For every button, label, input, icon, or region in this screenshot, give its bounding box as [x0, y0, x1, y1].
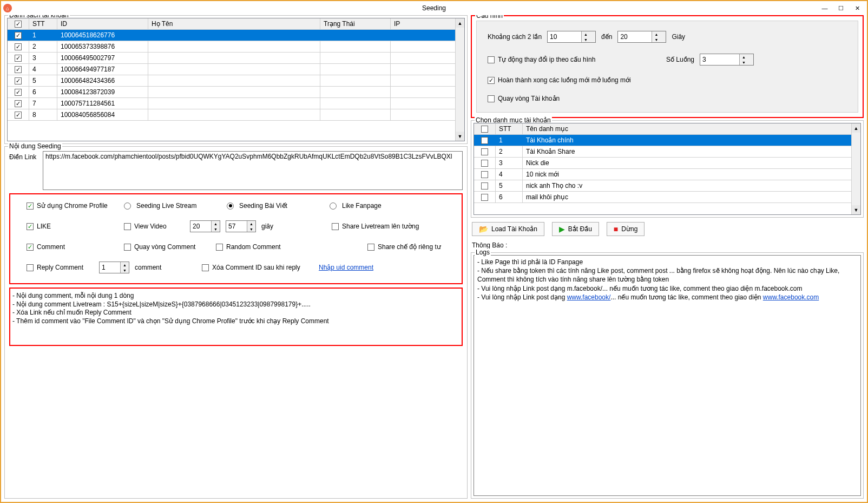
- logs-textbox[interactable]: - Like Page thì id phải là ID Fanpage - …: [474, 255, 861, 496]
- gap-to-spinner[interactable]: ▲▼: [617, 31, 666, 43]
- row-checkbox[interactable]: [8, 87, 29, 97]
- table-row[interactable]: 4100066494977187: [8, 64, 464, 75]
- accounts-header-hoten[interactable]: Họ Tên: [148, 18, 320, 29]
- accounts-header-ip[interactable]: IP: [391, 18, 464, 29]
- log-link-2[interactable]: www.facebook.com: [763, 293, 819, 301]
- enter-uid-link[interactable]: Nhập uid comment: [319, 264, 373, 271]
- table-row[interactable]: 6100084123872039: [8, 87, 464, 98]
- gap-from-spinner[interactable]: ▲▼: [547, 31, 596, 43]
- view-from-input[interactable]: [190, 221, 211, 232]
- reply-comment-checkbox[interactable]: Reply Comment: [27, 264, 94, 271]
- reply-count-spinner[interactable]: ▲▼: [99, 262, 129, 273]
- accounts-grid[interactable]: STT ID Họ Tên Trạng Thái IP 110006451862…: [7, 18, 465, 141]
- load-accounts-button[interactable]: 📂Load Tài Khoản: [472, 222, 544, 236]
- view-video-checkbox[interactable]: View Video: [124, 223, 185, 230]
- accounts-header-row: STT ID Họ Tên Trạng Thái IP: [8, 18, 464, 30]
- row-checkbox[interactable]: [474, 146, 496, 157]
- view-to-input[interactable]: [226, 221, 247, 232]
- loop-accounts-checkbox[interactable]: Quay vòng Tài khoản: [488, 95, 560, 102]
- row-checkbox[interactable]: [8, 30, 29, 41]
- table-row[interactable]: 8100084056856084: [8, 109, 464, 121]
- stop-button[interactable]: ■Dừng: [607, 222, 645, 236]
- link-input[interactable]: https://m.facebook.com/phamchientool/pos…: [43, 151, 463, 190]
- row-checkbox[interactable]: [8, 98, 29, 109]
- chrome-profile-checkbox[interactable]: Sử dụng Chrome Profile: [27, 202, 119, 210]
- row-stt: 3: [496, 158, 523, 168]
- category-header-name[interactable]: Tên danh mục: [523, 123, 860, 134]
- row-status: [320, 41, 391, 52]
- view-to-spinner[interactable]: ▲▼: [226, 220, 256, 232]
- accounts-header-id[interactable]: ID: [57, 18, 148, 29]
- row-checkbox[interactable]: [474, 180, 496, 191]
- auto-ip-checkbox[interactable]: Tự động thay đổi ip theo cấu hình: [488, 56, 661, 63]
- view-from-spinner[interactable]: ▲▼: [190, 220, 220, 232]
- minimize-button[interactable]: —: [817, 3, 832, 14]
- seeding-baiviet-radio[interactable]: Seeding Bài Viết: [227, 202, 324, 210]
- table-row[interactable]: 5100066482434366: [8, 75, 464, 87]
- scroll-down-icon[interactable]: ▼: [456, 132, 464, 141]
- comment-checkbox[interactable]: Comment: [27, 243, 119, 251]
- row-stt: 5: [29, 75, 57, 86]
- category-group: Chọn danh mục tài khoản STT Tên danh mục…: [471, 120, 864, 218]
- row-name: Tài Khoản Share: [523, 146, 860, 157]
- row-checkbox[interactable]: [474, 192, 496, 202]
- table-row[interactable]: 2100065373398876: [8, 41, 464, 53]
- category-header-check[interactable]: [474, 123, 496, 134]
- app-window: ⌂ Seeding — ☐ ✕ Danh sách tài khoản STT …: [0, 0, 868, 503]
- accounts-scrollbar[interactable]: ▲ ▼: [455, 18, 464, 141]
- table-row[interactable]: 5nick anh Thọ cho :v: [474, 180, 860, 192]
- table-row[interactable]: 1100064518626776: [8, 30, 464, 41]
- close-button[interactable]: ✕: [850, 3, 865, 14]
- scroll-up-icon[interactable]: ▲: [456, 18, 464, 28]
- like-checkbox[interactable]: LIKE: [27, 223, 119, 230]
- comment-rules-box[interactable]: - Nội dung comment, mỗi nội dung 1 dòng …: [9, 288, 463, 346]
- table-row[interactable]: 6mail khôi phục: [474, 192, 860, 203]
- link-label: Điền Link: [9, 151, 40, 161]
- delete-comment-id-checkbox[interactable]: Xóa Comment ID sau khi reply: [202, 264, 313, 271]
- scroll-up-icon[interactable]: ▲: [852, 123, 860, 133]
- table-row[interactable]: 3100066495002797: [8, 53, 464, 64]
- config-group: Cấu hình Khoảng cách 2 lần ▲▼ đến ▲▼ Giâ…: [471, 15, 864, 118]
- accounts-header-status[interactable]: Trạng Thái: [320, 18, 391, 29]
- maximize-button[interactable]: ☐: [833, 3, 849, 14]
- log-link-1[interactable]: www.facebook/: [567, 293, 611, 301]
- seeding-livestream-radio[interactable]: Seeding Live Stream: [124, 202, 221, 210]
- gap-from-input[interactable]: [548, 31, 581, 42]
- row-checkbox[interactable]: [8, 53, 29, 63]
- share-private-checkbox[interactable]: Share chế độ riêng tư: [367, 243, 441, 251]
- row-checkbox[interactable]: [474, 169, 496, 180]
- row-status: [320, 53, 391, 63]
- table-row[interactable]: 410 nick mới: [474, 169, 860, 180]
- random-comment-checkbox[interactable]: Random Comment: [216, 243, 362, 251]
- row-checkbox[interactable]: [474, 158, 496, 168]
- loop-comment-checkbox[interactable]: Quay vòng Comment: [124, 243, 211, 251]
- category-header-stt[interactable]: STT: [496, 123, 523, 134]
- row-checkbox[interactable]: [8, 41, 29, 52]
- row-id: 100064518626776: [57, 30, 148, 41]
- row-checkbox[interactable]: [474, 135, 496, 146]
- table-row[interactable]: 1Tài Khoản chính: [474, 135, 860, 146]
- finish-first-checkbox[interactable]: Hoàn thành xong các luồng mới mở luồng m…: [488, 76, 631, 84]
- table-row[interactable]: 7100075711284561: [8, 98, 464, 109]
- row-checkbox[interactable]: [8, 64, 29, 75]
- table-row[interactable]: 2Tài Khoản Share: [474, 146, 860, 158]
- accounts-header-stt[interactable]: STT: [29, 18, 57, 29]
- accounts-header-check[interactable]: [8, 18, 29, 29]
- like-fanpage-radio[interactable]: Like Fanpage: [330, 202, 382, 210]
- gap-to-input[interactable]: [618, 31, 652, 42]
- table-row[interactable]: 3Nick die: [474, 158, 860, 169]
- share-livestream-checkbox[interactable]: Share Livetream lên tường: [332, 223, 419, 230]
- scroll-track[interactable]: [852, 133, 860, 205]
- scroll-down-icon[interactable]: ▼: [852, 205, 860, 214]
- row-checkbox[interactable]: [8, 109, 29, 120]
- category-scrollbar[interactable]: ▲ ▼: [851, 123, 860, 214]
- row-stt: 6: [496, 192, 523, 202]
- row-checkbox[interactable]: [8, 75, 29, 86]
- threads-spinner[interactable]: ▲▼: [700, 54, 754, 66]
- reply-count-input[interactable]: [100, 262, 120, 273]
- threads-input[interactable]: [700, 54, 739, 65]
- scroll-track[interactable]: [456, 28, 464, 132]
- row-stt: 1: [496, 135, 523, 146]
- start-button[interactable]: ▶Bắt Đầu: [552, 222, 599, 236]
- category-grid[interactable]: STT Tên danh mục 1Tài Khoản chính2Tài Kh…: [474, 123, 861, 215]
